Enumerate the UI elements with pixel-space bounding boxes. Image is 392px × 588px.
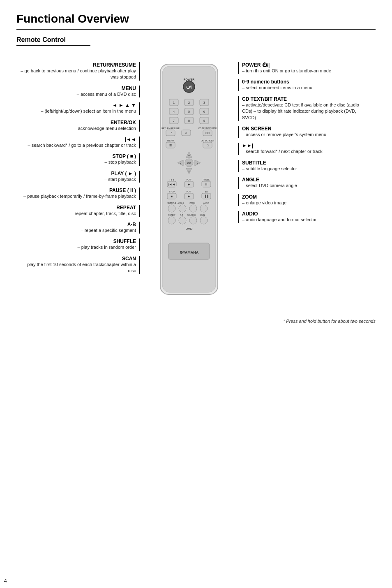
page-title: Functional Overview [16, 12, 376, 30]
label-title-return-resume: RETURN/RESUME [16, 62, 136, 68]
label-title-prev: |◄◄ [16, 137, 136, 142]
label-desc-scan: – play the first 10 seconds of each trac… [16, 262, 136, 274]
svg-text:▼: ▼ [188, 170, 190, 173]
svg-text:■■: ■■ [205, 190, 208, 193]
label-title-stop: STOP ( ■ ) [16, 153, 136, 159]
left-label-prev: |◄◄– search backward* / go to a previous… [16, 137, 140, 148]
svg-text:|◄◄: |◄◄ [169, 178, 174, 181]
left-label-menu: MENU– access menu of a DVD disc [16, 86, 140, 97]
right-label-title-subtitle: SUBTITLE [242, 160, 362, 166]
right-label-audio: AUDIO– audio language and format selecto… [238, 211, 362, 223]
svg-text:►: ► [187, 183, 191, 186]
svg-text:↩: ↩ [169, 131, 172, 135]
svg-text:PAUSE: PAUSE [203, 178, 210, 181]
svg-point-70 [179, 205, 186, 212]
right-label-title-cd-text: CD TEXT/BIT RATE [242, 96, 362, 102]
right-label-angle: ANGLE– select DVD camera angle [238, 177, 362, 189]
svg-text:ANGLE: ANGLE [178, 202, 184, 204]
svg-point-80 [200, 217, 208, 224]
label-desc-shuffle: – play tracks in random order [16, 244, 136, 250]
right-label-power: POWER ⏻/|– turn this unit ON or go to st… [238, 62, 362, 74]
svg-text:▲: ▲ [188, 154, 190, 156]
label-desc-repeat: – repeat chapter, track, title, disc [16, 211, 136, 217]
svg-text:CD TEXT/BIT RATE: CD TEXT/BIT RATE [198, 127, 217, 130]
page-number: 4 [4, 578, 7, 584]
svg-text:SUBTITLE: SUBTITLE [167, 202, 176, 204]
right-label-desc-numeric: – select numbered items in a menu [242, 85, 362, 91]
svg-text:|◄◄: |◄◄ [168, 183, 175, 186]
svg-text:9: 9 [203, 119, 205, 123]
left-label-ab: A-B– repeat a specific segment [16, 222, 140, 234]
svg-text:AUDIO: AUDIO [203, 202, 210, 204]
svg-text:SCAN: SCAN [200, 214, 205, 216]
svg-text:ZOOM: ZOOM [189, 202, 195, 204]
left-label-repeat: REPEAT– repeat chapter, track, title, di… [16, 205, 140, 217]
right-label-zoom: ZOOM– enlarge video image [238, 194, 362, 206]
label-title-ab: A-B [16, 222, 136, 227]
svg-text:PLAY: PLAY [187, 190, 192, 193]
right-label-ff: ►►|– search forward* / next chapter or t… [238, 143, 362, 155]
right-label-desc-cd-text: – activate/deactivate CD text if availab… [242, 102, 362, 121]
label-title-play: PLAY ( ► ) [16, 171, 136, 176]
left-label-shuffle: SHUFFLE– play tracks in random order [16, 238, 140, 250]
right-label-cd-text: CD TEXT/BIT RATE– activate/deactivate CD… [238, 96, 362, 121]
right-label-subtitle: SUBTITLE– subtitle language selector [238, 160, 362, 172]
svg-text:☰: ☰ [169, 144, 172, 147]
svg-text:1: 1 [173, 101, 175, 104]
label-title-pause: PAUSE ( II ) [16, 188, 136, 193]
svg-point-79 [189, 217, 197, 224]
right-label-numeric: 0-9 numeric buttons– select numbered ite… [238, 79, 362, 91]
left-label-return-resume: RETURN/RESUME– go back to previous menu … [16, 62, 140, 81]
label-desc-pause: – pause playback temporarily / frame-by-… [16, 193, 136, 199]
right-label-desc-audio: – audio language and format selector [242, 217, 362, 223]
svg-text:■: ■ [171, 194, 173, 198]
svg-text:◄: ◄ [179, 162, 182, 165]
left-label-arrows: ◄ ► ▲ ▼– (left/right/up/down) select an … [16, 102, 140, 114]
svg-text:3: 3 [203, 101, 205, 104]
right-label-title-power: POWER ⏻/| [242, 62, 362, 68]
svg-point-72 [200, 205, 208, 212]
svg-text:POWER: POWER [184, 78, 194, 81]
label-desc-enter-ok: – acknowledge menu selection [16, 125, 136, 132]
svg-text:2: 2 [188, 101, 190, 104]
svg-text:4: 4 [173, 110, 175, 113]
svg-text:7: 7 [173, 119, 175, 123]
label-desc-stop: – stop playback [16, 159, 136, 165]
section-title: Remote Control [16, 36, 90, 46]
right-label-desc-angle: – select DVD camera angle [242, 183, 362, 189]
svg-text:II: II [205, 183, 207, 186]
left-labels: RETURN/RESUME– go back to previous menu … [16, 62, 144, 302]
left-label-pause: PAUSE ( II )– pause playback temporarily… [16, 188, 140, 199]
left-label-play: PLAY ( ► )– start playback [16, 171, 140, 183]
svg-text:ON SCREEN: ON SCREEN [201, 139, 214, 142]
right-label-desc-zoom: – enlarge video image [242, 200, 362, 206]
label-desc-arrows: – (left/right/up/down) select an item in… [16, 108, 136, 114]
label-title-arrows: ◄ ► ▲ ▼ [16, 102, 136, 108]
svg-point-69 [168, 205, 175, 212]
svg-text:⏻/|: ⏻/| [186, 85, 192, 89]
svg-text:8: 8 [188, 119, 190, 123]
right-label-title-angle: ANGLE [242, 177, 362, 183]
left-label-enter-ok: ENTER/OK– acknowledge menu selection [16, 120, 140, 132]
right-label-title-numeric: 0-9 numeric buttons [242, 79, 362, 85]
svg-text:DVD: DVD [186, 227, 193, 231]
right-label-desc-power: – turn this unit ON or go to standby-on … [242, 68, 362, 74]
label-desc-play: – start playback [16, 176, 136, 183]
right-label-title-audio: AUDIO [242, 211, 362, 217]
svg-text:MENU: MENU [167, 139, 174, 142]
right-label-desc-subtitle: – subtitle language selector [242, 166, 362, 172]
svg-text:STOP: STOP [169, 190, 175, 193]
svg-point-71 [189, 205, 197, 212]
right-label-desc-ff: – search forward* / next chapter or trac… [242, 148, 362, 155]
svg-text:5: 5 [188, 110, 190, 113]
label-title-enter-ok: ENTER/OK [16, 120, 136, 125]
label-title-scan: SCAN [16, 256, 136, 262]
label-desc-ab: – repeat a specific segment [16, 227, 136, 234]
footnote: * Press and hold button for about two se… [16, 319, 376, 324]
remote-control-image: POWER ⏻/| 1 2 3 [144, 62, 234, 302]
label-desc-return-resume: – go back to previous menu / continue pl… [16, 68, 136, 81]
svg-point-78 [179, 217, 186, 224]
left-label-stop: STOP ( ■ )– stop playback [16, 153, 140, 165]
svg-text:OK: OK [187, 162, 191, 164]
svg-text:►: ► [187, 194, 191, 198]
